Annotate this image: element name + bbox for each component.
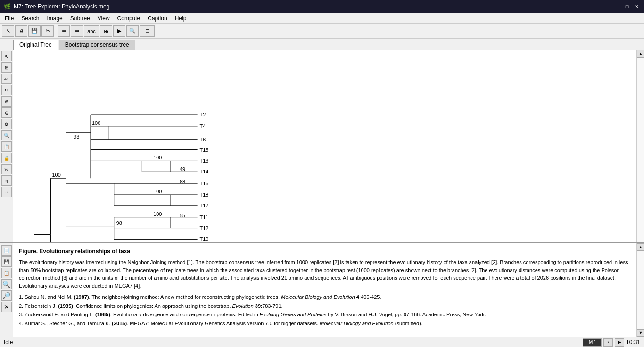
svg-text:55: 55 — [180, 213, 185, 218]
toolbar-left[interactable]: ⬅ — [58, 25, 70, 37]
tab-bootstrap[interactable]: Bootstrap consensus tree — [59, 40, 135, 50]
left-icon-search[interactable]: 🔍 — [1, 130, 12, 140]
menu-file[interactable]: File — [1, 14, 17, 23]
menu-help[interactable]: Help — [171, 14, 190, 23]
menu-image[interactable]: Image — [43, 14, 66, 23]
lower-icon-search1[interactable]: 🔍 — [1, 279, 12, 289]
svg-text:T15: T15 — [200, 147, 209, 153]
status-icon-1: M7 — [583, 338, 602, 347]
lower-icon-clipboard[interactable]: 📋 — [1, 268, 12, 278]
minimize-button[interactable]: ─ — [614, 3, 621, 10]
toolbar-zoomout[interactable]: ⊟ — [140, 25, 155, 37]
status-clock: 10:31 — [626, 339, 640, 346]
caption-title: Figure. Evolutionary relationships of ta… — [19, 247, 631, 256]
toolbar-zoom[interactable]: 🔍 — [126, 25, 139, 37]
toolbar: ↖ 🖨 💾 ✂ ⬅ ➡ abc ⏮ ▶ 🔍 ⊟ — [0, 24, 644, 39]
left-icon-clipboard[interactable]: 📋 — [1, 141, 12, 152]
menu-compute[interactable]: Compute — [114, 14, 144, 23]
lower-scroll-up[interactable]: ▲ — [637, 243, 644, 251]
lower-icon-search2[interactable]: 🔎 — [1, 290, 12, 301]
svg-text:T4: T4 — [200, 124, 206, 129]
left-icon-collapse[interactable]: ⊖ — [1, 107, 12, 118]
svg-text:98: 98 — [116, 220, 122, 226]
status-icon-2: › — [603, 338, 613, 347]
status-text: Idle — [4, 339, 13, 346]
maximize-button[interactable]: □ — [623, 3, 631, 10]
menubar: File Search Image Subtree View Compute C… — [0, 13, 644, 24]
left-icon-pointer[interactable]: ↖ — [1, 51, 12, 61]
left-icon-arrow-v[interactable]: ↕| — [1, 175, 12, 186]
menu-subtree[interactable]: Subtree — [66, 14, 94, 23]
caption-ref-1: 1. Saitou N. and Nei M. (1987). The neig… — [19, 293, 631, 301]
lower-icon-save[interactable]: 💾 — [1, 256, 12, 267]
toolbar-pointer[interactable]: ↖ — [2, 25, 14, 37]
tab-original-tree[interactable]: Original Tree — [13, 40, 58, 50]
caption-ref-3: 3. Zuckerkandl E. and Pauling L. (1965).… — [19, 311, 631, 319]
svg-text:T10: T10 — [200, 236, 209, 242]
caption-ref-4: 4. Kumar S., Stecher G., and Tamura K. (… — [19, 320, 631, 328]
left-icon-number[interactable]: 1↕ — [1, 85, 12, 95]
caption-ref-2: 2. Felsenstein J. (1985). Confidence lim… — [19, 302, 631, 310]
tabs: Original Tree Bootstrap consensus tree — [0, 39, 644, 50]
toolbar-cut[interactable]: ✂ — [41, 25, 54, 37]
toolbar-save[interactable]: 💾 — [28, 25, 41, 37]
titlebar-left: 🌿 M7: Tree Explorer: PhyloAnalysis.meg — [4, 3, 109, 10]
lower-left-icons: 📄 💾 📋 🔍 🔎 ✕ — [0, 243, 13, 337]
lower-scroll-track[interactable] — [637, 251, 644, 329]
lower-scroll-down[interactable]: ▼ — [637, 329, 644, 337]
svg-text:T11: T11 — [200, 215, 209, 220]
toolbar-play[interactable]: ▶ — [113, 25, 125, 37]
close-button[interactable]: ✕ — [633, 3, 640, 10]
caption-body: The evolutionary history was inferred us… — [19, 258, 631, 289]
caption-content: Figure. Evolutionary relationships of ta… — [13, 243, 636, 337]
svg-text:93: 93 — [74, 134, 79, 140]
scroll-up-arrow[interactable]: ▲ — [637, 50, 644, 58]
svg-text:49: 49 — [180, 166, 185, 172]
svg-text:T13: T13 — [200, 158, 209, 164]
svg-text:100: 100 — [153, 211, 162, 217]
toolbar-prev[interactable]: ⏮ — [100, 25, 112, 37]
svg-text:T6: T6 — [200, 137, 206, 142]
svg-text:T16: T16 — [200, 181, 209, 186]
svg-text:100: 100 — [153, 189, 162, 194]
lower-right-scrollbar[interactable]: ▲ ▼ — [636, 243, 644, 337]
left-icon-label[interactable]: A↕ — [1, 74, 12, 84]
svg-text:T17: T17 — [200, 203, 209, 208]
svg-text:100: 100 — [92, 120, 100, 126]
svg-text:100: 100 — [52, 172, 61, 178]
status-icon-3: ▶ — [615, 338, 624, 347]
lower-icon-close[interactable]: ✕ — [1, 302, 12, 312]
titlebar: 🌿 M7: Tree Explorer: PhyloAnalysis.meg ─… — [0, 0, 644, 13]
lower-icon-new[interactable]: 📄 — [1, 245, 12, 256]
menu-view[interactable]: View — [94, 14, 114, 23]
toolbar-print[interactable]: 🖨 — [15, 25, 27, 37]
titlebar-controls[interactable]: ─ □ ✕ — [614, 3, 640, 10]
menu-search[interactable]: Search — [17, 14, 43, 23]
svg-text:T12: T12 — [200, 225, 209, 231]
toolbar-text[interactable]: abc — [84, 25, 99, 37]
svg-text:T18: T18 — [200, 192, 209, 198]
left-icon-lock[interactable]: 🔒 — [1, 153, 12, 163]
app-icon: 🌿 — [4, 3, 11, 10]
left-icon-arrow-h[interactable]: ↔ — [1, 187, 12, 197]
left-icon-expand[interactable]: ⊕ — [1, 96, 12, 107]
toolbar-right[interactable]: ➡ — [71, 25, 83, 37]
svg-text:T2: T2 — [200, 112, 206, 117]
window-title: M7: Tree Explorer: PhyloAnalysis.meg — [14, 3, 109, 10]
left-icon-settings[interactable]: ⚙ — [1, 119, 12, 129]
svg-text:100: 100 — [153, 155, 162, 160]
left-icon-select[interactable]: ⊞ — [1, 62, 12, 73]
statusbar: Idle M7 › ▶ 10:31 — [0, 337, 644, 347]
svg-text:T14: T14 — [200, 169, 209, 174]
left-icon-percent[interactable]: % — [1, 164, 12, 174]
menu-caption[interactable]: Caption — [144, 14, 171, 23]
